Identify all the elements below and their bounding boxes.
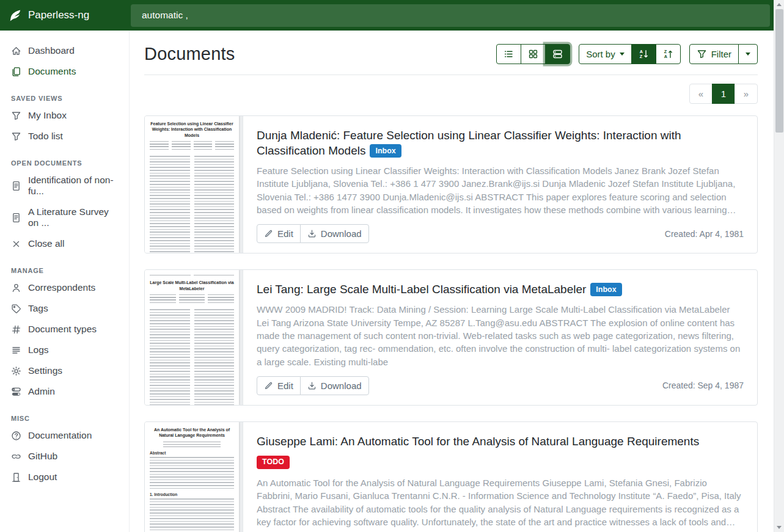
document-title-link[interactable]: Lei Tang: Large Scale Multi-Label Classi… [257,282,744,297]
grid-view-button[interactable] [521,44,546,64]
sidebar-heading-saved-views: SAVED VIEWS [11,95,118,102]
card-actions: Edit Download [257,376,369,395]
sidebar-item-settings[interactable]: Settings [0,360,129,381]
pagination-prev-button[interactable]: « [689,84,713,104]
chevron-down-icon [620,53,625,56]
edit-button[interactable]: Edit [257,224,301,243]
sidebar-item-my-inbox[interactable]: My Inbox [0,105,129,126]
card-actions: Edit Download [257,224,369,243]
triangle-up-icon [777,3,782,6]
brand-link[interactable]: Paperless-ng [0,0,130,31]
document-snippet: An Automatic Tool for the Analysis of Na… [257,476,744,528]
filter-button[interactable]: Filter [689,44,739,64]
person-icon [11,283,21,293]
sidebar-item-label: Correspondents [28,282,95,293]
document-thumbnail[interactable]: An Automatic Tool for the Analysis of Na… [145,422,243,532]
sort-by-dropdown-button[interactable]: Sort by [579,44,632,64]
sidebar-item-label: Admin [28,386,55,397]
tag-badge-todo[interactable]: TODO [257,456,290,469]
main-content: Documents [130,31,774,532]
sidebar-item-open-doc-1[interactable]: Identification of non-fu... [0,170,129,202]
sidebar-item-dashboard[interactable]: Dashboard [0,40,129,61]
list-view-button[interactable] [496,44,521,64]
download-label: Download [321,228,362,239]
download-button[interactable]: Download [300,376,369,395]
thumbnail-text-block [150,498,234,532]
created-date: Created: Sep 4, 1987 [662,381,744,390]
text-lines-icon [11,345,21,355]
sidebar-item-correspondents[interactable]: Correspondents [0,277,129,298]
sidebar-item-github[interactable]: GitHub [0,446,129,467]
scrollbar-up-arrow[interactable] [774,0,784,9]
sidebar-item-admin[interactable]: Admin [0,381,129,402]
chevron-down-icon [746,53,750,56]
edit-button[interactable]: Edit [257,376,301,395]
thumbnail-page: Feature Selection using Linear Classifie… [145,116,239,253]
question-circle-icon [11,431,21,441]
sidebar-item-close-all[interactable]: Close all [0,233,129,254]
sidebar-item-documents[interactable]: Documents [0,61,129,82]
sidebar-item-logout[interactable]: Logout [0,467,129,487]
sidebar-item-label: Tags [28,303,48,314]
sort-by-label: Sort by [586,49,615,59]
thumbnail-section-heading: Abstract [150,451,234,455]
edit-label: Edit [277,381,293,391]
filter-dropdown-toggle[interactable] [738,44,758,64]
sidebar-item-label: Todo list [28,131,63,142]
thumbnail-title: An Automatic Tool for the Analysis of Na… [150,427,234,439]
created-date: Created: Apr 4, 1981 [665,229,744,239]
view-mode-group [496,44,570,64]
sort-alpha-up-icon: ZA [663,49,673,59]
download-button[interactable]: Download [300,224,369,243]
document-title: Giuseppe Lami: An Automatic Tool for the… [257,435,699,448]
tag-badge-inbox[interactable]: Inbox [370,144,401,158]
sidebar-item-todo-list[interactable]: Todo list [0,126,129,147]
scrollbar-thumb[interactable] [775,9,783,133]
pagination-row: « 1 » [144,84,758,104]
document-thumbnail[interactable]: Feature Selection using Linear Classifie… [145,116,243,253]
list-view-icon [504,49,514,59]
document-card: An Automatic Tool for the Analysis of Na… [144,421,758,532]
toolbar: Sort by AZ ZA Filter [496,44,758,64]
document-snippet: WWW 2009 MADRID! Track: Data Mining / Se… [257,303,744,368]
pagination: « 1 » [689,84,758,104]
download-icon [307,381,317,390]
brand-label: Paperless-ng [28,9,89,21]
scrollbar-down-arrow[interactable] [774,523,784,532]
top-navbar: Paperless-ng [0,0,774,31]
document-title-link[interactable]: Dunja Mladenić: Feature Selection using … [257,128,744,158]
divider [144,75,758,75]
document-title-link[interactable]: Giuseppe Lami: An Automatic Tool for the… [257,434,744,470]
funnel-icon [11,111,21,121]
document-title: Lei Tang: Large Scale Multi-Label Classi… [257,283,586,296]
document-thumbnail[interactable]: Large Scale Multi-Label Classification v… [145,270,243,405]
toggles-icon [11,387,21,397]
details-view-button[interactable] [545,44,570,64]
sidebar-item-logs[interactable]: Logs [0,340,129,360]
pencil-icon [264,381,273,390]
thumbnail-page: An Automatic Tool for the Analysis of Na… [145,422,239,532]
triangle-down-icon [777,526,782,529]
sidebar-item-label: Close all [28,238,64,249]
sort-descending-button[interactable]: AZ [631,44,656,64]
sort-ascending-button[interactable]: ZA [656,44,681,64]
thumbnail-section-heading: 1. Introduction [150,492,234,497]
sidebar-item-document-types[interactable]: Document types [0,319,129,340]
sidebar-heading-misc: MISC [11,415,118,422]
sidebar-item-label: Document types [28,324,97,335]
browser-scrollbar [774,0,784,532]
sidebar-item-tags[interactable]: Tags [0,298,129,319]
thumbnail-text-columns [150,156,234,252]
sidebar-item-documentation[interactable]: Documentation [0,425,129,446]
tag-icon [11,304,21,314]
tag-badge-inbox[interactable]: Inbox [590,283,621,296]
sidebar-item-label: Logs [28,344,49,355]
sidebar-item-label: Documents [28,66,76,77]
door-icon [11,472,21,483]
thumbnail-page: Large Scale Multi-Label Classification v… [145,270,239,405]
pagination-page-1[interactable]: 1 [712,84,735,104]
pagination-next-button[interactable]: » [735,84,758,104]
edit-label: Edit [277,228,293,239]
sidebar-item-open-doc-2[interactable]: A Literature Survey on ... [0,202,129,233]
search-input[interactable] [131,4,770,27]
